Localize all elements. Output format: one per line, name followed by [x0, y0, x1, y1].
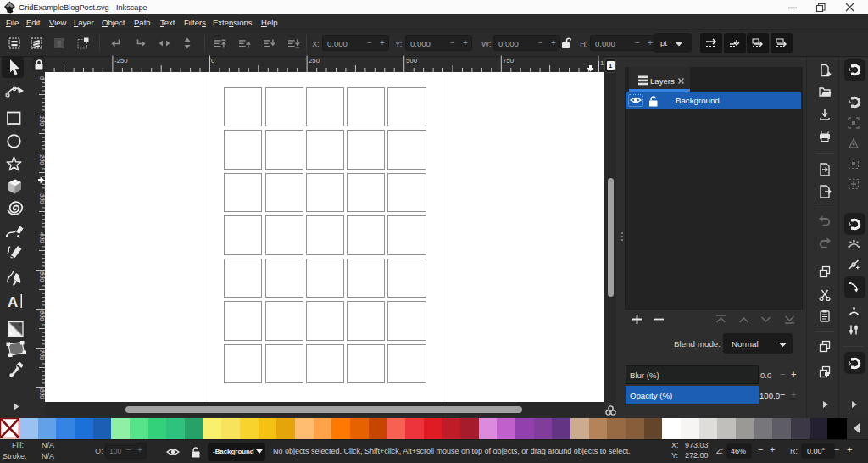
svg-text:-250: -250: [114, 57, 128, 64]
svg-text:A: A: [8, 294, 18, 310]
svg-text:0: 0: [211, 57, 215, 64]
svg-text:750: 750: [503, 57, 515, 64]
svg-text:500: 500: [406, 57, 418, 64]
svg-text:250: 250: [309, 57, 320, 64]
